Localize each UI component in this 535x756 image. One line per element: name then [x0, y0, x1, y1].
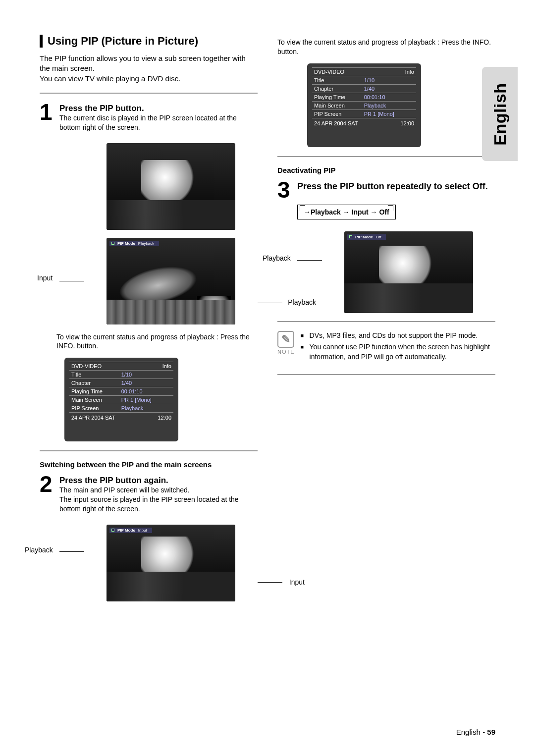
osd2-r3v: Playback [362, 101, 398, 109]
footer-page: 59 [487, 728, 495, 736]
divider [40, 93, 258, 94]
osd2-date: 24 APR 2004 SAT [312, 118, 362, 127]
intro-text: The PIP function allows you to view a su… [40, 54, 258, 84]
page-footer: English - 59 [456, 728, 495, 736]
callout-label-playback: Playback [288, 298, 316, 306]
osd2-r4k: PIP Screen [312, 109, 362, 118]
right-column: To view the current status and progress … [277, 35, 495, 609]
rose-image-2: PIP Mode Input [107, 525, 235, 601]
osd-strip-value-3: Off [376, 235, 381, 239]
callout-label-input-2: Input [289, 578, 305, 586]
osd1-time: 12:00 [155, 413, 173, 422]
note-icon: ✎ [277, 331, 294, 348]
osd-strip-2: PIP Mode Input [109, 528, 152, 533]
pip-icon [111, 242, 114, 245]
callout-line-right [258, 303, 282, 303]
osd2-r4v: PR 1 [Mono] [362, 109, 398, 118]
deactivating-heading: Deactivating PIP [277, 166, 495, 174]
osd1-r1k: Chapter [69, 379, 119, 387]
info-osd-1: DVD-VIDEOInfo Title1/10 Chapter1/40 Play… [64, 358, 178, 441]
pip-cycle-sequence: →Playback → Input → Off [297, 205, 396, 219]
footer-lang: English [456, 728, 481, 736]
osd1-date: 24 APR 2004 SAT [69, 413, 119, 422]
osd1-r1v: 1/40 [119, 379, 155, 387]
rose-image [107, 143, 235, 230]
left-column: Using PIP (Picture in Picture) The PIP f… [40, 35, 258, 609]
note-item-2: You cannot use PIP function when the scr… [301, 342, 495, 362]
osd-strip-mode: PIP Mode [117, 241, 135, 246]
pip-sub-window [197, 296, 231, 321]
pip-sub-window-2 [197, 573, 231, 597]
step-1-illustration-top [84, 143, 258, 230]
step-1-header: 1 Press the PIP button. The current disc… [40, 103, 258, 139]
callout-label-playback-2: Playback [25, 546, 53, 554]
step-1-after-text: To view the current status and progress … [56, 332, 258, 351]
step-2-header: 2 Press the PIP button again. The main a… [40, 475, 258, 521]
callout-line-left-3 [297, 260, 322, 261]
osd2-header: DVD-VIDEO [312, 67, 362, 76]
step-2-title: Press the PIP button again. [59, 475, 258, 486]
step-2-number: 2 [40, 475, 56, 521]
osd2-r1v: 1/40 [362, 84, 398, 93]
osd1-r0v: 1/10 [119, 371, 155, 379]
note-item-1: DVs, MP3 files, and CDs do not support t… [301, 331, 495, 341]
osd1-r2k: Playing Time [69, 387, 119, 396]
osd1-r3v: PR 1 [Mono] [119, 396, 155, 404]
divider [277, 156, 495, 157]
osd-strip-1: PIP Mode Playback [109, 241, 159, 246]
right-intro-text: To view the current status and progress … [277, 38, 495, 56]
osd1-r2v: 00:01:10 [119, 387, 155, 396]
step-2-body: The main and PIP screen will be switched… [59, 486, 258, 514]
callout-line-left [59, 281, 84, 281]
osd-strip-value-2: Input [138, 528, 147, 533]
step-3-number: 3 [277, 180, 294, 200]
step-1-body: The current disc is played in the PIP sc… [59, 113, 258, 132]
callout-label-playback-3: Playback [263, 254, 291, 262]
osd2-r2k: Playing Time [312, 93, 362, 101]
pip-icon [111, 529, 114, 532]
callout-line-right-2 [258, 582, 282, 583]
step-1-title: Press the PIP button. [59, 103, 258, 113]
osd1-r4k: PIP Screen [69, 404, 119, 413]
note-block: ✎ NOTE DVs, MP3 files, and CDs do not su… [277, 331, 495, 364]
osd1-r4v: Playback [119, 404, 155, 413]
step-3-header: 3 Press the PIP button repeatedly to sel… [277, 180, 495, 200]
osd2-r0v: 1/10 [362, 76, 398, 84]
step-3-title: Press the PIP button repeatedly to selec… [297, 180, 488, 192]
step-2-illustration: PIP Mode Input Playback Input [84, 525, 258, 601]
osd2-r1k: Chapter [312, 84, 362, 93]
pip-icon [349, 235, 352, 238]
language-tab: English [482, 67, 518, 161]
divider [277, 374, 495, 375]
osd2-r0k: Title [312, 76, 362, 84]
osd1-r3k: Main Screen [69, 396, 119, 404]
osd1-header: DVD-VIDEO [69, 362, 119, 371]
note-label: NOTE [277, 349, 295, 355]
osd-strip-3: PIP Mode Off [347, 234, 386, 240]
osd1-info: Info [155, 362, 173, 371]
section-title: Using PIP (Picture in Picture) [40, 35, 258, 48]
page-body: Using PIP (Picture in Picture) The PIP f… [0, 0, 535, 629]
rose-image-3: PIP Mode Off [344, 231, 473, 313]
osd2-time: 12:00 [398, 118, 416, 127]
dolphin-image: PIP Mode Playback [107, 238, 235, 324]
language-tab-label: English [490, 83, 510, 145]
osd-strip-value: Playback [138, 241, 154, 246]
callout-label-input: Input [37, 274, 53, 282]
divider [40, 450, 258, 451]
osd2-r3k: Main Screen [312, 101, 362, 109]
step-1-illustration-bottom: PIP Mode Playback Input Playback [84, 238, 258, 324]
osd2-r2v: 00:01:10 [362, 93, 398, 101]
switching-heading: Switching between the PIP and the main s… [40, 460, 258, 469]
info-osd-2: DVD-VIDEOInfo Title1/10 Chapter1/40 Play… [307, 63, 421, 147]
osd2-info: Info [398, 67, 416, 76]
note-icon-col: ✎ NOTE [277, 331, 295, 355]
note-list: DVs, MP3 files, and CDs do not support t… [301, 331, 495, 364]
callout-line-left-2 [59, 551, 84, 552]
osd1-r0k: Title [69, 371, 119, 379]
step-3-illustration: PIP Mode Off Playback [322, 231, 495, 313]
osd-strip-mode-2: PIP Mode [117, 528, 135, 533]
divider [277, 321, 495, 322]
step-1-number: 1 [40, 103, 56, 139]
footer-sep: - [481, 728, 487, 736]
